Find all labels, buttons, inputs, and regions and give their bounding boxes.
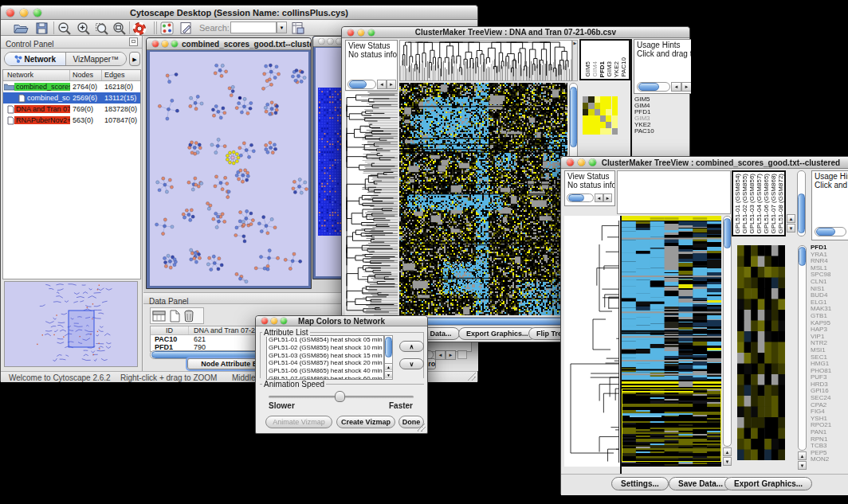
network-row[interactable]: RNAPuberNov2+I563(0)107847(0): [3, 115, 140, 126]
resize-grip[interactable]: [468, 373, 476, 381]
vizmap-nodes-icon[interactable]: [159, 21, 175, 36]
zoom-button[interactable]: [281, 318, 287, 324]
zoom-button[interactable]: [33, 9, 41, 17]
resize-grip[interactable]: [418, 424, 426, 432]
scroll-down-icon[interactable]: ▼: [723, 457, 732, 466]
button-save-data-[interactable]: Save Data...: [669, 477, 732, 490]
button-animate-vizmap[interactable]: Animate Vizmap: [265, 416, 332, 428]
edit-page-icon[interactable]: [179, 21, 194, 36]
scroll-left-icon[interactable]: ◄: [435, 350, 446, 360]
zoom-button[interactable]: [589, 159, 596, 166]
attribute-list-scrollbar[interactable]: ▲ ▼: [384, 335, 393, 380]
open-file-icon[interactable]: [14, 21, 29, 36]
search-dropdown-button[interactable]: ▼: [277, 21, 287, 33]
scroll-left-icon[interactable]: ◄: [595, 193, 603, 202]
scroll-down-icon[interactable]: ▼: [787, 224, 795, 232]
network-row[interactable]: DNA and Tran 07769(0)183728(0): [3, 104, 140, 115]
main-window-title: Cytoscape Desktop (Session Name: collins…: [130, 8, 348, 18]
column-label: PFD1: [599, 61, 606, 77]
new-attribute-icon[interactable]: [169, 310, 181, 322]
tv2-hints-scrollbar[interactable]: [815, 227, 846, 236]
attribute-item[interactable]: GPL51-04 (GSM857) heat shock 20 min: [267, 359, 383, 367]
button-settings-[interactable]: Settings...: [611, 477, 669, 490]
tv2-status-scrollbar[interactable]: [567, 193, 594, 202]
close-button[interactable]: [347, 29, 354, 36]
button-export-graphics-[interactable]: Export Graphics...: [458, 327, 536, 340]
dialog-title: Map Colors to Network: [298, 317, 385, 326]
search-input[interactable]: [230, 21, 277, 33]
zoom-selected-icon[interactable]: [94, 21, 109, 36]
move-down-button[interactable]: ∨: [399, 358, 424, 369]
scroll-up-icon[interactable]: ▲: [787, 214, 795, 223]
scroll-right-icon[interactable]: ►: [446, 350, 456, 360]
help-lifesaver-icon[interactable]: [132, 21, 147, 36]
close-button[interactable]: [152, 41, 159, 47]
col-id[interactable]: ID: [151, 326, 189, 334]
tv2-zoom-vscrollbar[interactable]: [798, 245, 807, 451]
treeview2-titlebar[interactable]: ClusterMaker TreeView : combined_scores_…: [561, 157, 848, 169]
dialog-titlebar[interactable]: Map Colors to Network: [256, 316, 427, 326]
tv1-heatmap[interactable]: [399, 83, 567, 315]
scroll-up-icon[interactable]: ▲: [723, 447, 732, 456]
button-export-graphics-[interactable]: Export Graphics...: [724, 477, 812, 490]
tv2-labels-scrollbar[interactable]: [797, 170, 806, 236]
zoom-out-icon[interactable]: [57, 21, 72, 36]
tv1-hints-scrollbar[interactable]: [637, 82, 670, 92]
minimize-button[interactable]: [20, 9, 28, 17]
network-overview[interactable]: [4, 281, 138, 367]
minimize-button[interactable]: [578, 159, 585, 166]
close-button[interactable]: [6, 9, 14, 17]
tv2-heatmap[interactable]: [622, 216, 721, 467]
attribute-item[interactable]: GPL51-06 (GSM865) heat shock 40 min: [267, 367, 383, 375]
col-nodes[interactable]: Nodes: [70, 70, 102, 80]
attribute-item[interactable]: GPL51-03 (GSM856) heat shock 15 min: [267, 352, 383, 360]
tv1-status-scrollbar[interactable]: [347, 80, 376, 89]
tv1-mini-matrix[interactable]: [583, 96, 618, 135]
tv2-zoom-heatmap[interactable]: [737, 245, 785, 460]
attribute-item[interactable]: GPL51-01 (GSM854) heat shock 05 min: [267, 336, 383, 344]
minimize-button[interactable]: [271, 318, 277, 324]
move-up-button[interactable]: ∧: [399, 341, 424, 352]
scroll-left-icon[interactable]: ◄: [377, 80, 387, 89]
network-graph-view[interactable]: [150, 52, 308, 286]
delete-attribute-icon[interactable]: [183, 310, 194, 322]
tv2-left-dendrogram[interactable]: [564, 216, 620, 467]
main-titlebar[interactable]: Cytoscape Desktop (Session Name: collins…: [1, 6, 477, 20]
close-button[interactable]: [261, 318, 268, 324]
save-icon[interactable]: [34, 21, 49, 36]
attribute-item[interactable]: GPL51-02 (GSM855) heat shock 10 min: [267, 344, 383, 352]
slider-thumb[interactable]: [335, 391, 345, 402]
close-button[interactable]: [319, 39, 324, 45]
treeview1-titlebar[interactable]: ClusterMaker TreeView : DNA and Tran 07-…: [342, 27, 689, 38]
close-button[interactable]: [567, 159, 574, 166]
network-row[interactable]: combined_sco2569(6)13112(15): [3, 92, 140, 104]
zoom-in-icon[interactable]: [76, 21, 91, 36]
minimize-button[interactable]: [358, 29, 364, 36]
minimize-button[interactable]: [162, 41, 168, 47]
col-edges[interactable]: Edges: [102, 70, 140, 80]
gene-label[interactable]: PAC10: [634, 128, 687, 135]
tv1-top-dendrogram[interactable]: [399, 40, 572, 81]
zoom-button[interactable]: [171, 41, 178, 47]
scroll-up-icon[interactable]: ▲: [798, 451, 807, 460]
scroll-down-icon[interactable]: ▼: [798, 461, 807, 470]
tab-vizmapper[interactable]: VizMapper™: [66, 53, 127, 65]
scroll-right-icon[interactable]: ►: [387, 80, 396, 89]
scroll-right-icon[interactable]: ►: [681, 82, 691, 92]
network-row[interactable]: combined_scores_2764(0)16218(0): [3, 81, 140, 92]
import-table-icon[interactable]: [290, 21, 305, 36]
scroll-left-icon[interactable]: ◄: [671, 82, 681, 92]
tabs-overflow-button[interactable]: ▶: [129, 52, 140, 66]
zoom-button[interactable]: [368, 29, 375, 36]
col-network[interactable]: Network: [3, 70, 70, 80]
tv1-left-dendrogram[interactable]: [345, 92, 398, 315]
button-create-vizmap[interactable]: Create Vizmap: [336, 416, 395, 428]
minimize-button[interactable]: [328, 39, 333, 45]
float-panel-icon[interactable]: [129, 37, 138, 46]
zoom-fit-icon[interactable]: [112, 21, 127, 36]
tv2-vscrollbar[interactable]: [723, 216, 732, 447]
select-attributes-icon[interactable]: [152, 310, 167, 322]
tab-network[interactable]: Network: [5, 53, 66, 65]
gene-label[interactable]: MON2: [811, 456, 848, 463]
scroll-right-icon[interactable]: ►: [603, 193, 612, 202]
